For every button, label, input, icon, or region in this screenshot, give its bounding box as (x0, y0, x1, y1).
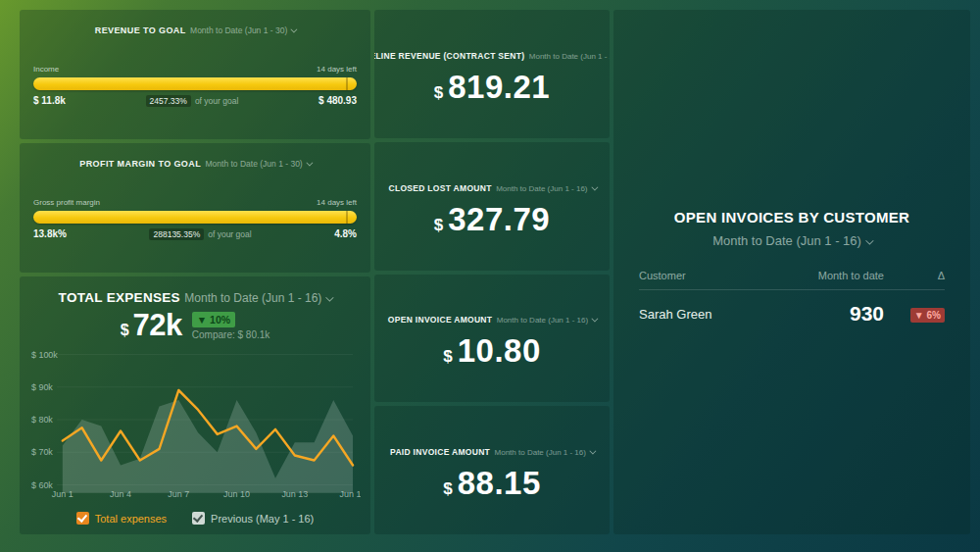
profit-goal-progress-bar[interactable] (33, 211, 357, 224)
paid-invoice-period-selector[interactable]: Month to Date (Jun 1 - 16) (495, 448, 594, 457)
period-label: Month to Date (Jun 1 - 16) (495, 448, 586, 457)
closed-lost-value: $ 327.79 (434, 203, 550, 235)
chevron-down-icon (291, 26, 298, 33)
revenue-goal-of-goal-label: of your goal (195, 96, 238, 106)
period-label: Month to Date (Jun 1 - 16) (529, 52, 610, 61)
revenue-goal-progress-bar[interactable] (33, 77, 357, 90)
left-column: REVENUE TO GOAL Month to Date (Jun 1 - 3… (20, 10, 370, 534)
customer-mtd-value: 930 (747, 302, 884, 326)
closed-lost-title: CLOSED LOST AMOUNT (388, 183, 491, 193)
currency-symbol: $ (443, 479, 452, 499)
svg-text:$ 60k: $ 60k (31, 479, 53, 489)
profit-goal-of-goal-label: of your goal (208, 229, 251, 239)
metric-amount: 327.79 (448, 203, 550, 235)
revenue-goal-percent-badge: 2457.33% (146, 95, 191, 107)
expenses-delta-badge: ▼ 10% (192, 312, 235, 327)
currency-symbol: $ (434, 216, 443, 235)
column-header-delta: Δ (884, 270, 945, 281)
expenses-period-selector[interactable]: Month to Date (Jun 1 - 16) (184, 291, 331, 305)
expenses-compare-label: Compare: $ 80.1k (192, 329, 270, 340)
svg-text:$ 100k: $ 100k (31, 349, 58, 359)
profit-goal-body: Gross profit margin 14 days left 13.8k% … (33, 198, 357, 239)
revenue-goal-header: REVENUE TO GOAL Month to Date (Jun 1 - 3… (33, 20, 357, 37)
revenue-goal-days-left: 14 days left (317, 65, 357, 74)
paid-invoice-title: PAID INVOICE AMOUNT (390, 447, 490, 457)
currency-symbol: $ (443, 347, 452, 367)
revenue-goal-current-value: $ 11.8k (33, 95, 66, 106)
period-label: Month to Date (Jun 1 - 16) (497, 316, 588, 325)
closed-lost-period-selector[interactable]: Month to Date (Jun 1 - 16) (496, 184, 595, 193)
open-invoices-by-customer-card: OPEN INVOICES BY CUSTOMER Month to Date … (613, 10, 970, 534)
expenses-header: TOTAL EXPENSES Month to Date (Jun 1 - 16… (29, 288, 361, 306)
profit-goal-current-value: 13.8k% (33, 228, 67, 239)
legend-label: Previous (May 1 - 16) (211, 513, 314, 525)
dashboard: REVENUE TO GOAL Month to Date (Jun 1 - 3… (0, 0, 980, 552)
invoices-table: Customer Month to date Δ Sarah Green 930… (639, 270, 945, 335)
legend-label: Total expenses (95, 513, 167, 525)
chevron-down-icon (592, 316, 599, 323)
profit-goal-days-left: 14 days left (317, 198, 357, 207)
column-header-month-to-date: Month to date (747, 270, 884, 281)
open-invoice-period-selector[interactable]: Month to Date (Jun 1 - 16) (497, 316, 596, 325)
expenses-period-label: Month to Date (Jun 1 - 16) (184, 291, 321, 305)
profit-margin-goal-card: PROFIT MARGIN TO GOAL Month to Date (Jun… (20, 143, 370, 273)
profit-goal-metric-label: Gross profit margin (33, 198, 100, 207)
legend-item-previous[interactable]: Previous (May 1 - 16) (192, 512, 314, 525)
svg-text:$ 90k: $ 90k (31, 382, 53, 392)
svg-text:$ 70k: $ 70k (31, 447, 53, 457)
revenue-goal-card: REVENUE TO GOAL Month to Date (Jun 1 - 3… (20, 10, 370, 139)
metric-amount: 88.15 (458, 467, 541, 499)
expenses-value: $ 72k (121, 310, 182, 340)
open-invoice-title: OPEN INVOICE AMOUNT (388, 315, 492, 325)
chart-legend: Total expenses Previous (May 1 - 16) (29, 512, 361, 525)
chevron-down-icon (326, 293, 334, 301)
profit-goal-period-label: Month to Date (Jun 1 - 30) (205, 159, 302, 169)
customer-delta-badge: ▼ 6% (910, 308, 945, 323)
period-label: Month to Date (Jun 1 - 16) (496, 184, 587, 193)
customer-name: Sarah Green (639, 307, 747, 322)
checkbox-checked-icon[interactable] (192, 512, 205, 525)
expenses-title: TOTAL EXPENSES (59, 290, 180, 305)
pipeline-revenue-value: $ 819.21 (434, 71, 550, 103)
checkbox-checked-icon[interactable] (76, 512, 89, 525)
column-header-customer: Customer (639, 270, 747, 281)
svg-text:$ 80k: $ 80k (31, 415, 53, 425)
revenue-goal-period-selector[interactable]: Month to Date (Jun 1 - 30) (190, 25, 295, 35)
profit-goal-title: PROFIT MARGIN TO GOAL (79, 159, 201, 169)
open-invoice-value: $ 10.80 (443, 334, 541, 367)
invoices-table-header: Customer Month to date Δ (639, 270, 945, 290)
currency-symbol: $ (121, 322, 129, 339)
chevron-down-icon (591, 183, 598, 190)
chevron-down-icon (306, 160, 313, 167)
pipeline-revenue-card: PIPELINE REVENUE (CONTRACT SENT) Month t… (374, 10, 610, 138)
paid-invoice-value: $ 88.15 (443, 467, 541, 499)
open-invoice-amount-card: OPEN INVOICE AMOUNT Month to Date (Jun 1… (374, 275, 610, 403)
metric-amount: 10.80 (458, 334, 541, 367)
profit-goal-percent-badge: 288135.35% (149, 228, 204, 240)
revenue-goal-title: REVENUE TO GOAL (95, 25, 186, 35)
paid-invoice-amount-card: PAID INVOICE AMOUNT Month to Date (Jun 1… (374, 406, 610, 534)
invoices-period-selector[interactable]: Month to Date (Jun 1 - 16) (639, 233, 945, 248)
pipeline-revenue-period-selector[interactable]: Month to Date (Jun 1 - 16) (529, 52, 610, 61)
metric-amount: 819.21 (448, 71, 550, 103)
currency-symbol: $ (434, 83, 443, 103)
chevron-down-icon (865, 236, 873, 244)
legend-item-total-expenses[interactable]: Total expenses (76, 512, 167, 525)
table-row[interactable]: Sarah Green 930 ▼ 6% (639, 290, 945, 335)
middle-column: PIPELINE REVENUE (CONTRACT SENT) Month t… (374, 10, 610, 534)
revenue-goal-period-label: Month to Date (Jun 1 - 30) (190, 25, 287, 35)
closed-lost-amount-card: CLOSED LOST AMOUNT Month to Date (Jun 1 … (374, 142, 610, 271)
revenue-goal-target-value: $ 480.93 (318, 95, 357, 106)
profit-goal-header: PROFIT MARGIN TO GOAL Month to Date (Jun… (33, 153, 357, 171)
goal-marker (346, 211, 348, 224)
pipeline-revenue-title: PIPELINE REVENUE (CONTRACT SENT) (374, 51, 524, 61)
invoices-period-label: Month to Date (Jun 1 - 16) (712, 233, 861, 248)
expenses-line-chart[interactable]: $ 100k$ 90k$ 80k$ 70k$ 60kJun 1Jun 4Jun … (29, 344, 361, 499)
invoices-title: OPEN INVOICES BY CUSTOMER (639, 209, 945, 226)
right-column: OPEN INVOICES BY CUSTOMER Month to Date … (613, 10, 970, 534)
expenses-amount: 72k (133, 310, 182, 340)
profit-goal-target-value: 4.8% (334, 228, 357, 239)
goal-marker (346, 77, 348, 90)
profit-goal-period-selector[interactable]: Month to Date (Jun 1 - 30) (205, 159, 310, 169)
chevron-down-icon (589, 448, 596, 455)
